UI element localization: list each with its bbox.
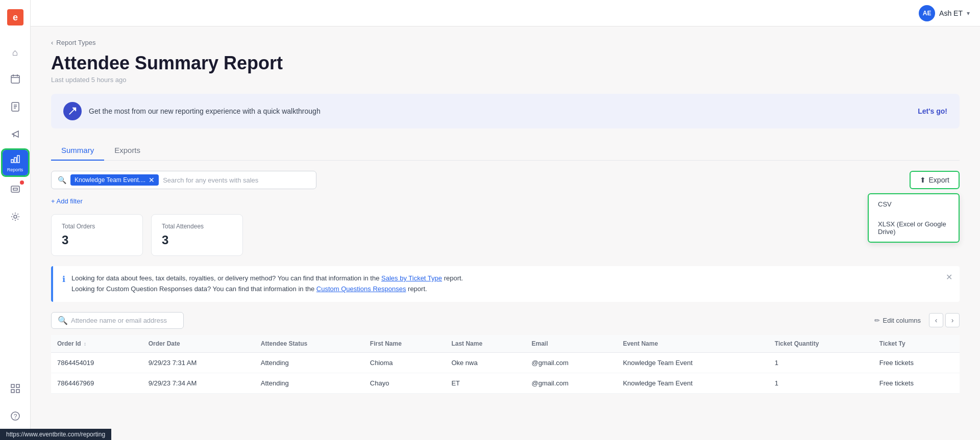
prev-page-button[interactable]: ‹ [929, 313, 943, 327]
sidebar-item-finance[interactable] [3, 177, 28, 203]
col-order-date: Order Date [142, 335, 255, 353]
tab-summary[interactable]: Summary [51, 141, 104, 161]
svg-rect-13 [17, 156, 19, 163]
breadcrumb-text: Report Types [56, 39, 95, 46]
walkthrough-cta[interactable]: Let's go! [918, 107, 947, 115]
stat-value-attendees: 3 [162, 233, 232, 247]
next-page-button[interactable]: › [945, 313, 960, 327]
col-order-id[interactable]: Order Id ↕ [51, 335, 142, 353]
export-up-icon: ⬆ [920, 176, 926, 184]
info-link-custom[interactable]: Custom Questions Responses [316, 285, 406, 293]
edit-icon: ✏ [874, 317, 880, 324]
notification-dot [20, 180, 24, 185]
walkthrough-banner: Get the most from our new reporting expe… [51, 94, 960, 128]
sidebar-item-help[interactable]: ? [3, 404, 28, 430]
cell-status-2: Attending [255, 373, 364, 393]
cell-event-2: Knowledge Team Event [617, 373, 768, 393]
sidebar-bottom: ? [0, 377, 30, 435]
svg-text:?: ? [13, 413, 17, 420]
cell-last-name-2: ET [445, 373, 525, 393]
svg-rect-15 [13, 188, 17, 190]
info-text-1: Looking for data about fees, tax details… [71, 274, 381, 282]
walkthrough-left: Get the most from our new reporting expe… [63, 102, 321, 120]
sort-icon-order-id: ↕ [84, 341, 86, 347]
attendee-search-container[interactable]: 🔍 Attendee name or email address [51, 312, 184, 329]
cell-qty-1: 1 [769, 352, 873, 373]
stats-row: Total Orders 3 Total Attendees 3 [51, 214, 960, 256]
svg-text:e: e [12, 12, 17, 22]
marketing-icon [10, 129, 20, 142]
col-attendee-status: Attendee Status [255, 335, 364, 353]
attendee-search-placeholder: Attendee name or email address [71, 317, 167, 324]
page-subtitle: Last updated 5 hours ago [51, 76, 960, 84]
filter-tag-close[interactable]: ✕ [149, 176, 155, 184]
col-event-name: Event Name [617, 335, 768, 353]
event-search-container[interactable]: 🔍 Knowledge Team Event.... ✕ Search for … [51, 171, 316, 189]
info-link-sales[interactable]: Sales by Ticket Type [381, 274, 442, 282]
edit-columns-button[interactable]: ✏ Edit columns [874, 317, 921, 324]
svg-rect-12 [14, 158, 16, 163]
export-xlsx[interactable]: XLSX (Excel or Google Drive) [869, 214, 959, 242]
cell-email-2: @gmail.com [526, 373, 617, 393]
sidebar: e ⌂ [0, 0, 31, 440]
col-ticket-type: Ticket Ty [873, 335, 960, 353]
page-content: ‹ Report Types Attendee Summary Report L… [31, 27, 980, 440]
sidebar-item-apps[interactable] [3, 377, 28, 402]
export-label: Export [929, 176, 949, 184]
cell-type-2: Free tickets [873, 373, 960, 393]
info-text-3: Looking for Custom Question Responses da… [71, 285, 316, 293]
cell-event-1: Knowledge Team Event [617, 352, 768, 373]
user-menu[interactable]: AE Ash ET ▾ [919, 5, 970, 21]
sidebar-item-reports-label: Reports [7, 167, 23, 172]
stat-label-orders: Total Orders [62, 223, 132, 230]
stat-card-total-orders: Total Orders 3 [51, 214, 143, 256]
sidebar-item-marketing[interactable] [3, 122, 28, 148]
apps-icon [10, 383, 20, 396]
export-container: ⬆ Export CSV XLSX (Excel or Google Drive… [910, 171, 960, 189]
stat-label-attendees: Total Attendees [162, 223, 232, 230]
main-content: AE Ash ET ▾ ‹ Report Types Attendee Summ… [31, 0, 980, 440]
svg-point-16 [14, 215, 17, 218]
svg-rect-14 [11, 186, 19, 192]
calendar-icon [10, 74, 20, 87]
export-button[interactable]: ⬆ Export [910, 171, 960, 189]
svg-rect-19 [11, 390, 14, 393]
active-filter-tag: Knowledge Team Event.... ✕ [70, 174, 159, 186]
tab-exports[interactable]: Exports [104, 141, 151, 161]
attendee-search-icon: 🔍 [58, 316, 68, 325]
sidebar-item-calendar[interactable] [3, 67, 28, 93]
reports-icon [10, 153, 20, 166]
info-icon: ℹ [62, 274, 65, 284]
url-bar: https://www.eventbrite.com/reporting [0, 429, 111, 440]
add-filter[interactable]: + Add filter [51, 197, 960, 205]
filter-tag-text: Knowledge Team Event.... [75, 176, 145, 184]
sidebar-item-orders[interactable] [3, 95, 28, 120]
table-header: Order Id ↕ Order Date Attendee Status Fi… [51, 335, 960, 353]
sidebar-item-home[interactable]: ⌂ [3, 40, 28, 65]
sidebar-item-reports[interactable]: Reports [3, 150, 28, 175]
breadcrumb[interactable]: ‹ Report Types [51, 39, 960, 46]
logo[interactable]: e [3, 5, 28, 32]
avatar: AE [919, 5, 935, 21]
orders-icon [10, 101, 20, 114]
page-title: Attendee Summary Report [51, 53, 960, 74]
cell-type-1: Free tickets [873, 352, 960, 373]
home-icon: ⌂ [12, 47, 18, 58]
svg-rect-18 [16, 384, 19, 387]
table-row: 7864454019 9/29/23 7:31 AM Attending Chi… [51, 352, 960, 373]
table-body: 7864454019 9/29/23 7:31 AM Attending Chi… [51, 352, 960, 393]
finance-icon [10, 184, 20, 197]
topbar: AE Ash ET ▾ [31, 0, 980, 27]
cell-email-1: @gmail.com [526, 352, 617, 373]
user-name: Ash ET [939, 9, 963, 17]
export-csv[interactable]: CSV [869, 194, 959, 214]
cell-order-id-2: 7864467969 [51, 373, 142, 393]
sidebar-item-settings[interactable] [3, 205, 28, 230]
info-close-button[interactable]: ✕ [946, 272, 952, 282]
walkthrough-icon [63, 102, 82, 120]
info-text-4: report. [406, 285, 427, 293]
search-placeholder: Search for any events with sales [163, 176, 258, 184]
info-banner: ℹ Looking for data about fees, tax detai… [51, 266, 960, 302]
export-dropdown: CSV XLSX (Excel or Google Drive) [868, 193, 960, 243]
cell-order-date-1: 9/29/23 7:31 AM [142, 352, 255, 373]
